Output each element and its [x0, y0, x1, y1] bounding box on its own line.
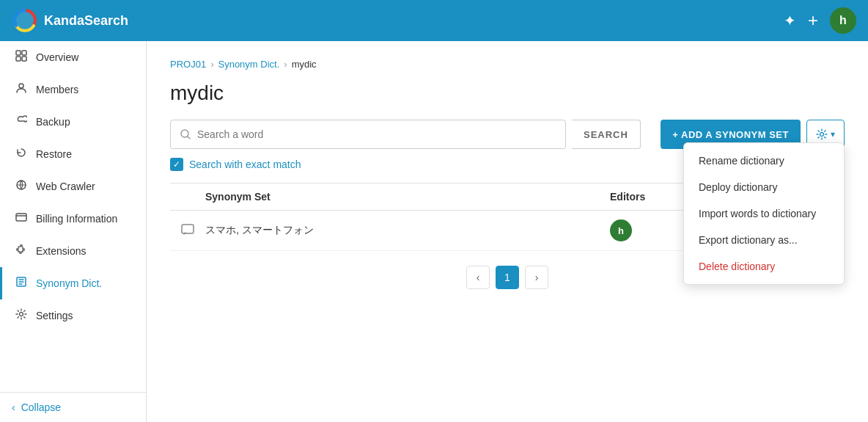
svg-rect-3	[16, 57, 21, 61]
svg-point-5	[19, 84, 23, 88]
pagination-page-1[interactable]: 1	[496, 266, 519, 289]
chat-icon	[181, 224, 194, 237]
synonymdict-icon	[14, 276, 29, 291]
sidebar-label-backup: Backup	[36, 116, 70, 128]
sidebar-label-synonymdict: Synonym Dict.	[36, 277, 102, 289]
pagination-next[interactable]: ›	[525, 266, 548, 289]
sidebar-item-extensions[interactable]: Extensions	[0, 235, 146, 267]
exact-match-highlight: exact match	[246, 159, 301, 170]
main-layout: Overview Members Backup Restore Web Craw…	[0, 41, 868, 422]
dropdown-menu: Rename dictionary Deploy dictionary Impo…	[683, 142, 845, 285]
dropdown-export[interactable]: Export dictionary as...	[684, 227, 844, 253]
breadcrumb-proj[interactable]: PROJ01	[170, 59, 206, 70]
logo-area: KandaSearch	[12, 7, 128, 34]
billing-icon	[14, 211, 29, 226]
top-nav-actions: ✦ + h	[784, 7, 856, 34]
members-icon	[14, 82, 29, 97]
search-icon	[180, 128, 191, 140]
sidebar-label-extensions: Extensions	[36, 245, 86, 257]
sidebar-item-overview[interactable]: Overview	[0, 41, 146, 73]
exact-match-checkbox[interactable]: ✓	[170, 158, 183, 171]
exact-label-prefix: Search with	[189, 159, 246, 170]
sidebar-label-webcrawler: Web Crawler	[36, 181, 95, 192]
page-title: mydic	[170, 81, 845, 105]
sidebar-item-billing[interactable]: Billing Information	[0, 203, 146, 235]
sidebar-bottom: ‹ Collapse	[0, 392, 146, 422]
dropdown-import[interactable]: Import words to dictionary	[684, 200, 844, 227]
exact-match-left: ✓ Search with exact match	[170, 158, 301, 171]
collapse-button[interactable]: ‹ Collapse	[0, 393, 146, 422]
sidebar-label-settings: Settings	[36, 310, 73, 321]
settings-icon	[14, 308, 29, 323]
svg-rect-1	[16, 51, 21, 55]
breadcrumb-synonymdict[interactable]: Synonym Dict.	[218, 59, 279, 70]
main-content: PROJ01 › Synonym Dict. › mydic mydic SEA…	[147, 41, 868, 422]
sidebar-label-members: Members	[36, 84, 78, 95]
sidebar-label-billing: Billing Information	[36, 213, 117, 225]
sidebar-item-members[interactable]: Members	[0, 73, 146, 106]
user-avatar[interactable]: h	[830, 7, 856, 34]
extensions-icon	[14, 244, 29, 258]
svg-rect-12	[182, 225, 194, 233]
col-header-icon	[170, 191, 205, 203]
pagination-prev[interactable]: ‹	[466, 266, 490, 289]
dropdown-deploy[interactable]: Deploy dictionary	[684, 174, 844, 200]
top-navigation: KandaSearch ✦ + h	[0, 0, 868, 41]
puzzle-icon-button[interactable]: ✦	[784, 12, 796, 29]
backup-icon	[14, 114, 29, 129]
sidebar: Overview Members Backup Restore Web Craw…	[0, 41, 147, 422]
svg-rect-4	[22, 57, 26, 61]
sidebar-item-synonymdict[interactable]: Synonym Dict.	[0, 267, 146, 299]
svg-rect-2	[22, 51, 26, 55]
breadcrumb-sep-1: ›	[210, 59, 213, 70]
app-name: KandaSearch	[44, 13, 128, 29]
search-input[interactable]	[197, 128, 556, 140]
search-box	[170, 120, 566, 149]
sidebar-label-restore: Restore	[36, 148, 72, 160]
svg-point-11	[820, 133, 824, 137]
svg-point-9	[20, 313, 23, 316]
row-synonym-set: スマホ, スマートフォン	[205, 224, 610, 237]
exact-match-label: Search with exact match	[189, 159, 301, 170]
overview-icon	[14, 50, 29, 65]
breadcrumb-sep-2: ›	[284, 59, 287, 70]
chevron-down-icon: ▾	[831, 129, 835, 139]
row-icon-cell	[170, 224, 205, 237]
logo-icon	[12, 7, 38, 34]
editor-avatar: h	[610, 219, 632, 241]
sidebar-item-restore[interactable]: Restore	[0, 138, 146, 170]
svg-rect-7	[16, 214, 26, 221]
chevron-left-icon: ‹	[12, 401, 15, 413]
gear-icon	[816, 128, 828, 140]
breadcrumb-current: mydic	[292, 59, 317, 70]
col-header-synonym-set: Synonym Set	[205, 191, 610, 203]
webcrawler-icon	[14, 179, 29, 194]
sidebar-item-backup[interactable]: Backup	[0, 106, 146, 138]
dropdown-delete[interactable]: Delete dictionary	[684, 253, 844, 280]
restore-icon	[14, 147, 29, 161]
collapse-label: Collapse	[21, 401, 61, 413]
search-button[interactable]: SEARCH	[572, 120, 641, 149]
sidebar-item-webcrawler[interactable]: Web Crawler	[0, 170, 146, 203]
add-icon-button[interactable]: +	[808, 10, 818, 31]
dropdown-rename[interactable]: Rename dictionary	[684, 148, 844, 174]
breadcrumb: PROJ01 › Synonym Dict. › mydic	[170, 59, 845, 70]
sidebar-item-settings[interactable]: Settings	[0, 299, 146, 332]
sidebar-label-overview: Overview	[36, 51, 78, 63]
